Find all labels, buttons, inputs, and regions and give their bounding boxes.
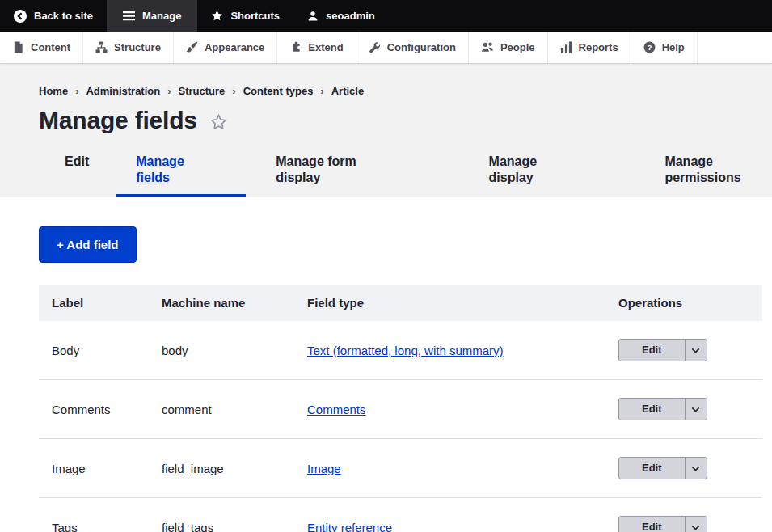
edit-button[interactable]: Edit	[619, 340, 685, 361]
chevron-down-icon[interactable]	[685, 340, 707, 361]
menu-item-content[interactable]: Content	[0, 32, 83, 63]
manage-label: Manage	[142, 10, 181, 22]
admin-menu-bar: Content Structure Appearance Extend Conf…	[0, 32, 772, 64]
field-machine-name: body	[149, 321, 294, 380]
chevron-down-icon[interactable]	[685, 517, 707, 532]
manage-menu-button[interactable]: Manage	[107, 0, 197, 32]
breadcrumb-separator: ›	[167, 85, 171, 97]
edit-button[interactable]: Edit	[619, 399, 685, 420]
svg-text:?: ?	[647, 43, 652, 52]
tab-edit[interactable]: Edit	[45, 147, 108, 197]
tab-manage-form-display[interactable]: Manage form display	[256, 147, 399, 197]
breadcrumb-separator: ›	[232, 85, 235, 97]
breadcrumb-separator: ›	[320, 85, 323, 97]
field-machine-name: field_image	[149, 439, 294, 498]
menu-item-label: Content	[31, 41, 70, 53]
menu-item-configuration[interactable]: Configuration	[356, 32, 469, 63]
breadcrumb-structure[interactable]: Structure	[179, 85, 226, 97]
user-icon	[307, 11, 319, 22]
field-type-link[interactable]: Image	[307, 462, 341, 475]
back-to-site-button[interactable]: Back to site	[0, 0, 107, 32]
menu-item-label: Configuration	[387, 41, 456, 53]
breadcrumb-article[interactable]: Article	[331, 85, 364, 97]
operations-dropbutton: Edit	[618, 339, 707, 361]
field-machine-name: comment	[149, 380, 294, 439]
table-row: Comments comment Comments Edit	[39, 380, 762, 439]
field-type-link[interactable]: Entity reference	[307, 521, 392, 532]
reports-icon	[560, 41, 572, 53]
menu-item-help[interactable]: ? Help	[631, 32, 698, 63]
field-type-link[interactable]: Comments	[307, 403, 366, 416]
column-header-field-type: Field type	[294, 285, 605, 321]
page-title: Manage fields	[39, 107, 197, 134]
structure-icon	[95, 41, 108, 53]
menu-item-reports[interactable]: Reports	[548, 32, 631, 63]
field-machine-name: field_tags	[149, 498, 294, 532]
menu-item-structure[interactable]: Structure	[83, 32, 174, 63]
tab-manage-display[interactable]: Manage display	[470, 147, 584, 197]
field-label: Image	[39, 439, 149, 498]
breadcrumb-administration[interactable]: Administration	[86, 85, 160, 97]
chevron-down-icon[interactable]	[685, 399, 707, 420]
tab-label: Manage permissions	[664, 154, 753, 186]
field-label: Comments	[39, 380, 149, 439]
username-label: seoadmin	[326, 10, 375, 22]
back-icon	[14, 10, 27, 23]
tab-label: Manage form display	[276, 154, 379, 186]
extend-icon	[289, 41, 302, 53]
menu-item-label: Appearance	[205, 41, 264, 53]
shortcuts-button[interactable]: Shortcuts	[197, 0, 293, 32]
column-header-machine-name: Machine name	[149, 285, 294, 321]
add-field-button[interactable]: + Add field	[39, 226, 137, 263]
page-header: Home › Administration › Structure › Cont…	[0, 64, 772, 197]
fields-table: Label Machine name Field type Operations…	[39, 285, 762, 532]
operations-dropbutton: Edit	[618, 516, 707, 532]
breadcrumb-content-types[interactable]: Content types	[243, 85, 314, 97]
star-icon	[211, 10, 223, 22]
tab-manage-permissions[interactable]: Manage permissions	[645, 147, 772, 197]
appearance-icon	[186, 41, 198, 53]
column-header-operations: Operations	[605, 285, 762, 321]
configuration-icon	[369, 41, 381, 53]
menu-item-label: People	[500, 41, 535, 53]
field-type-link[interactable]: Text (formatted, long, with summary)	[307, 344, 504, 357]
column-header-label: Label	[39, 285, 149, 321]
admin-toolbar: Back to site Manage Shortcuts seoadmin	[0, 0, 772, 32]
bookmark-star-icon[interactable]	[209, 113, 228, 132]
people-icon	[481, 41, 494, 53]
breadcrumb-home[interactable]: Home	[39, 85, 68, 97]
operations-dropbutton: Edit	[618, 398, 707, 420]
table-row: Image field_image Image Edit	[39, 439, 762, 498]
menu-item-appearance[interactable]: Appearance	[174, 32, 277, 63]
chevron-down-icon[interactable]	[685, 458, 707, 479]
user-menu-button[interactable]: seoadmin	[293, 0, 389, 32]
tab-label: Edit	[65, 154, 89, 170]
menu-item-people[interactable]: People	[469, 32, 548, 63]
breadcrumb-separator: ›	[75, 85, 78, 97]
main-content: + Add field Label Machine name Field typ…	[39, 226, 762, 532]
tab-label: Manage fields	[136, 154, 213, 186]
field-label: Tags	[39, 498, 149, 532]
help-icon: ?	[643, 41, 656, 53]
table-row: Body body Text (formatted, long, with su…	[39, 321, 762, 380]
edit-button[interactable]: Edit	[619, 458, 685, 479]
table-row: Tags field_tags Entity reference Edit	[39, 498, 762, 532]
shortcuts-label: Shortcuts	[230, 10, 280, 22]
primary-tabs: Edit Manage fields Manage form display M…	[0, 147, 772, 197]
menu-item-label: Help	[662, 41, 685, 53]
breadcrumb: Home › Administration › Structure › Cont…	[39, 85, 733, 97]
menu-item-label: Extend	[308, 41, 343, 53]
content-icon	[12, 41, 24, 53]
menu-item-label: Reports	[579, 41, 618, 53]
menu-item-label: Structure	[114, 41, 161, 53]
back-to-site-label: Back to site	[34, 10, 93, 22]
edit-button[interactable]: Edit	[619, 517, 685, 532]
operations-dropbutton: Edit	[618, 457, 707, 479]
field-label: Body	[39, 321, 149, 380]
hamburger-icon	[123, 10, 135, 22]
tab-manage-fields[interactable]: Manage fields	[116, 147, 246, 197]
tab-label: Manage display	[489, 154, 565, 186]
table-header-row: Label Machine name Field type Operations	[39, 285, 762, 321]
menu-item-extend[interactable]: Extend	[277, 32, 356, 63]
